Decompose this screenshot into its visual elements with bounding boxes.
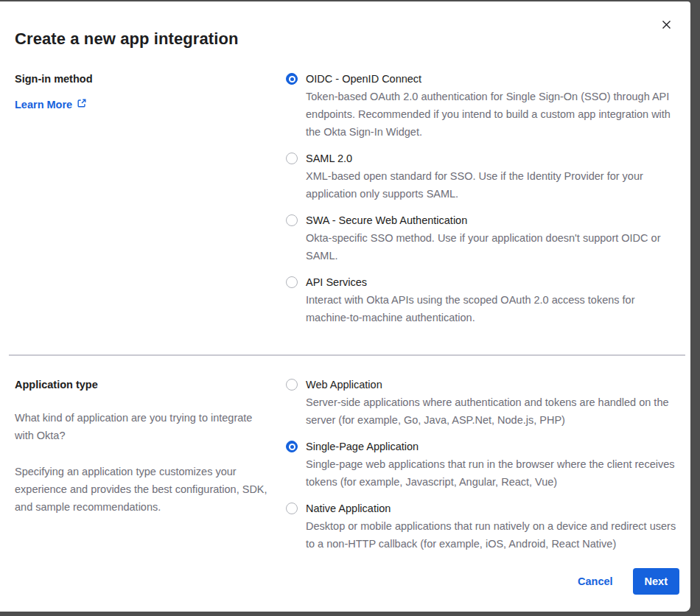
option-label[interactable]: Single-Page Application — [306, 439, 677, 454]
application-type-note: Specifying an application type customize… — [15, 463, 271, 516]
radio-swa[interactable] — [286, 214, 298, 226]
radio-web-application[interactable] — [286, 379, 298, 391]
radio-single-page-application[interactable] — [286, 441, 298, 452]
next-button[interactable]: Next — [633, 568, 679, 595]
radio-oidc[interactable] — [286, 73, 298, 85]
application-type-question: What kind of application are you trying … — [15, 409, 271, 444]
dialog-title: Create a new app integration — [15, 29, 677, 49]
radio-native-application[interactable] — [286, 503, 298, 514]
apptype-option-web[interactable]: Web Application Server-side applications… — [286, 377, 677, 429]
apptype-option-native[interactable]: Native Application Desktop or mobile app… — [286, 501, 677, 553]
signin-option-oidc[interactable]: OIDC - OpenID Connect Token-based OAuth … — [286, 71, 677, 141]
signin-method-section: Sign-in method Learn More OIDC - OpenID … — [15, 71, 677, 326]
option-label[interactable]: OIDC - OpenID Connect — [306, 71, 677, 86]
signin-option-swa[interactable]: SWA - Secure Web Authentication Okta-spe… — [286, 213, 677, 265]
option-description: Server-side applications where authentic… — [306, 393, 677, 429]
option-description: Single-page web applications that run in… — [306, 455, 677, 491]
option-label[interactable]: SWA - Secure Web Authentication — [306, 213, 677, 228]
signin-option-saml[interactable]: SAML 2.0 XML-based open standard for SSO… — [286, 151, 677, 203]
option-description: Desktop or mobile applications that run … — [306, 517, 677, 553]
application-type-label: Application type — [15, 377, 271, 392]
create-app-integration-dialog: Create a new app integration Sign-in met… — [0, 1, 690, 612]
section-divider — [9, 354, 685, 356]
option-label[interactable]: Web Application — [306, 377, 677, 392]
dialog-footer: Cancel Next — [578, 568, 679, 595]
cancel-button[interactable]: Cancel — [578, 575, 613, 587]
close-button[interactable] — [658, 18, 674, 34]
external-link-icon — [77, 97, 87, 112]
learn-more-link[interactable]: Learn More — [15, 97, 87, 112]
learn-more-label: Learn More — [15, 97, 72, 112]
option-label[interactable]: API Services — [306, 275, 677, 290]
close-icon — [661, 19, 672, 32]
signin-method-label: Sign-in method — [15, 71, 271, 86]
option-description: XML-based open standard for SSO. Use if … — [306, 167, 677, 203]
option-label[interactable]: Native Application — [306, 501, 677, 516]
option-description: Okta-specific SSO method. Use if your ap… — [306, 229, 677, 265]
radio-saml[interactable] — [286, 153, 298, 164]
radio-api-services[interactable] — [286, 276, 298, 288]
option-description: Interact with Okta APIs using the scoped… — [306, 291, 677, 326]
option-description: Token-based OAuth 2.0 authentication for… — [306, 88, 677, 141]
application-type-section: Application type What kind of applicatio… — [15, 377, 677, 553]
apptype-option-spa[interactable]: Single-Page Application Single-page web … — [286, 439, 677, 491]
signin-option-api-services[interactable]: API Services Interact with Okta APIs usi… — [286, 275, 677, 326]
option-label[interactable]: SAML 2.0 — [306, 151, 677, 166]
